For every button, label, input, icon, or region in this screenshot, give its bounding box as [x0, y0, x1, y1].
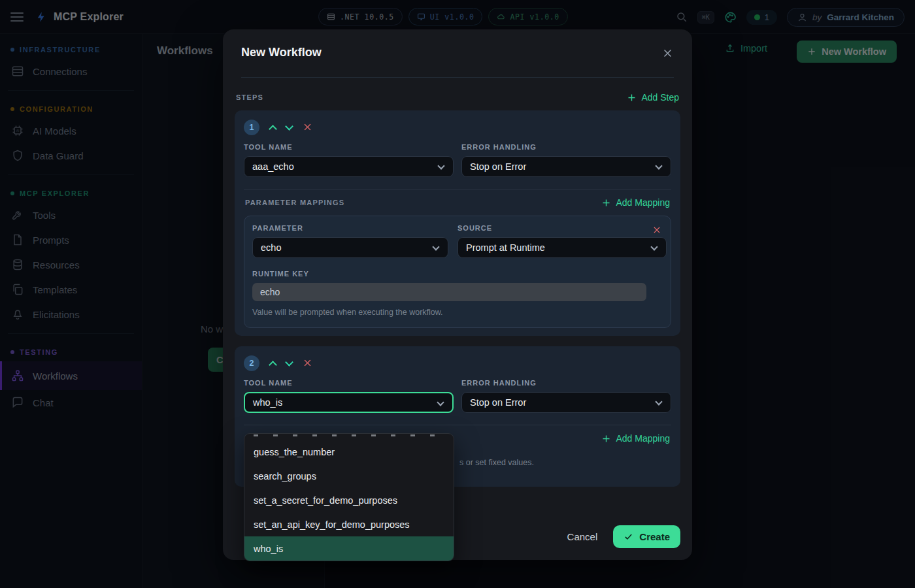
parameter-mappings-label: PARAMETER MAPPINGS	[245, 199, 344, 206]
delete-step-icon[interactable]	[303, 122, 313, 133]
error-handling-select[interactable]: Stop on Error	[461, 156, 671, 177]
close-icon[interactable]	[659, 45, 675, 61]
delete-step-icon[interactable]	[303, 358, 313, 368]
step-number-badge: 1	[244, 120, 259, 135]
error-handling-label: ERROR HANDLING	[461, 143, 671, 151]
plus-icon	[627, 93, 637, 103]
plus-icon	[601, 198, 611, 208]
chevron-down-icon	[437, 162, 444, 169]
source-select[interactable]: Prompt at Runtime	[458, 237, 667, 258]
dropdown-option[interactable]: set_a_secret_for_demo_purposes	[244, 488, 454, 512]
modal-title: New Workflow	[241, 46, 674, 59]
move-step-down-icon[interactable]	[285, 358, 293, 367]
add-mapping-button[interactable]: Add Mapping	[601, 433, 670, 444]
add-step-button[interactable]: Add Step	[627, 92, 679, 103]
delete-mapping-icon[interactable]	[652, 225, 661, 235]
chevron-down-icon	[655, 398, 662, 405]
move-step-up-icon[interactable]	[269, 125, 277, 133]
dropdown-option[interactable]: set_an_api_key_for_demo_purposes	[244, 512, 454, 536]
parameter-select[interactable]: echo	[252, 237, 448, 258]
tool-name-select-focused[interactable]: who_is	[244, 392, 454, 413]
error-handling-select[interactable]: Stop on Error	[461, 392, 671, 413]
parameter-label: PARAMETER	[252, 224, 448, 232]
app-root: MCP Explorer .NET 10.0.5 UI v1.0.0 A	[0, 0, 915, 588]
add-mapping-button[interactable]: Add Mapping	[601, 197, 670, 208]
chevron-down-icon	[655, 162, 662, 169]
runtime-key-input[interactable]	[252, 283, 646, 301]
move-step-up-icon[interactable]	[269, 361, 277, 369]
tool-name-label: TOOL NAME	[244, 143, 454, 151]
chevron-down-icon	[437, 399, 444, 406]
error-handling-label: ERROR HANDLING	[461, 379, 671, 387]
create-button[interactable]: Create	[613, 525, 680, 548]
clipped-option-partial[interactable]	[244, 434, 454, 440]
tool-name-label: TOOL NAME	[244, 379, 454, 387]
chevron-down-icon	[432, 243, 439, 250]
dropdown-option[interactable]: guess_the_number	[244, 440, 454, 464]
steps-label: STEPS	[236, 93, 263, 101]
checkmark-icon	[624, 532, 633, 542]
step-number-badge: 2	[244, 355, 259, 371]
runtime-key-label: RUNTIME KEY	[252, 270, 663, 278]
tool-name-select[interactable]: aaa_echo	[244, 156, 454, 177]
runtime-key-helper-text: Value will be prompted when executing th…	[252, 308, 663, 317]
dropdown-option[interactable]: search_groups	[244, 464, 454, 488]
move-step-down-icon[interactable]	[285, 122, 293, 131]
dropdown-option-selected[interactable]: who_is	[244, 536, 454, 561]
mapping-card: PARAMETER echo SOURCE Prompt at Runtime	[244, 216, 671, 328]
cancel-button[interactable]: Cancel	[567, 531, 598, 542]
source-label: SOURCE	[458, 224, 667, 232]
chevron-down-icon	[650, 243, 657, 250]
tool-name-dropdown-list: guess_the_number search_groups set_a_sec…	[244, 433, 454, 561]
plus-icon	[601, 434, 611, 444]
step-card-1: 1 TOOL NAME aaa_echo	[235, 110, 680, 336]
